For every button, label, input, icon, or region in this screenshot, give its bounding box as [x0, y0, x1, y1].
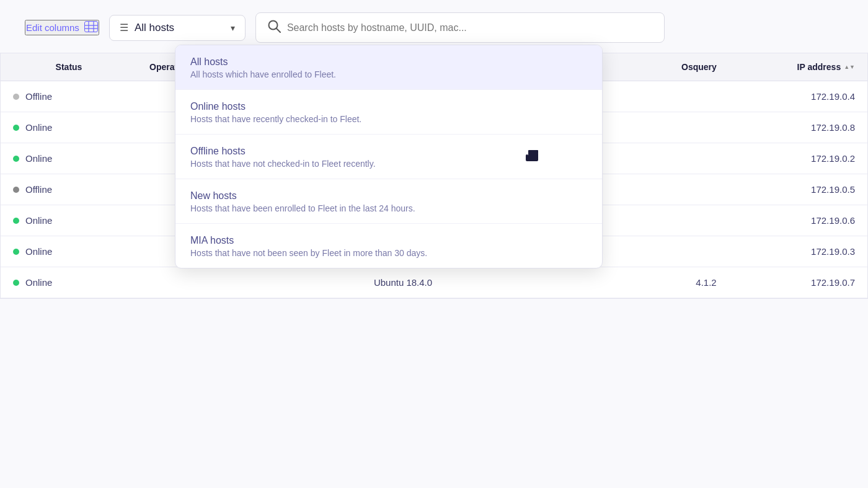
status-text: Online — [25, 215, 52, 226]
status-dot — [13, 218, 19, 224]
status-dot — [13, 187, 19, 193]
dropdown-item-mia[interactable]: MIA hosts Hosts that have not been seen … — [175, 224, 602, 268]
search-icon — [267, 19, 281, 36]
dropdown-item-new[interactable]: New hosts Hosts that have been enrolled … — [175, 179, 602, 224]
status-text: Online — [25, 277, 52, 288]
status-cell: Online — [1, 205, 137, 236]
edit-columns-label: Edit columns — [26, 22, 79, 33]
ip-cell: 172.19.0.2 — [743, 143, 867, 174]
status-dot — [13, 94, 19, 100]
status-cell: Online — [1, 112, 137, 143]
os-cell: Ubuntu 18.4.0 — [137, 267, 669, 298]
status-cell: Online — [1, 267, 137, 298]
ip-cell: 172.19.0.6 — [743, 205, 867, 236]
sort-arrows-icon[interactable]: ▲▼ — [844, 64, 855, 70]
dropdown-menu: All hosts All hosts which have enrolled … — [175, 45, 603, 268]
dropdown-item-title: All hosts — [190, 56, 587, 68]
status-cell: Online — [1, 143, 137, 174]
status-cell: Online — [1, 236, 137, 267]
edit-columns-icon — [84, 21, 98, 34]
version-cell — [669, 112, 743, 143]
ip-cell: 172.19.0.5 — [743, 174, 867, 205]
dropdown-item-all[interactable]: All hosts All hosts which have enrolled … — [175, 45, 602, 90]
status-text: Online — [25, 246, 52, 257]
dropdown-item-title: New hosts — [190, 190, 587, 202]
svg-rect-0 — [84, 22, 97, 32]
header-ip: IP address ▲▼ — [743, 53, 867, 81]
filter-label: All hosts — [135, 22, 224, 34]
version-cell: 4.1.2 — [669, 267, 743, 298]
edit-columns-button[interactable]: Edit columns — [25, 20, 99, 35]
dropdown-item-desc: Hosts that have not been seen by Fleet i… — [190, 248, 587, 258]
dropdown-item-title: MIA hosts — [190, 235, 587, 246]
dropdown-item-desc: Hosts that have not checked-in to Fleet … — [190, 159, 587, 169]
header-version: Osquery — [669, 53, 743, 81]
filter-dropdown[interactable]: ☰ All hosts ▾ — [109, 15, 246, 41]
ip-cell: 172.19.0.4 — [743, 81, 867, 112]
dropdown-item-desc: Hosts that have been enrolled to Fleet i… — [190, 203, 587, 213]
search-bar — [255, 12, 665, 43]
status-cell: Offline — [1, 81, 137, 112]
status-text: Online — [25, 122, 52, 133]
table-row[interactable]: Online Ubuntu 18.4.0 4.1.2 172.19.0.7 — [1, 267, 867, 298]
status-dot — [13, 280, 19, 286]
svg-line-6 — [277, 29, 280, 32]
ip-cell: 172.19.0.7 — [743, 267, 867, 298]
search-input[interactable] — [287, 22, 653, 33]
status-text: Online — [25, 153, 52, 164]
version-cell — [669, 174, 743, 205]
version-cell — [669, 236, 743, 267]
status-cell: Offline — [1, 174, 137, 205]
dropdown-item-desc: All hosts which have enrolled to Fleet. — [190, 69, 587, 79]
dropdown-item-desc: Hosts that have recently checked-in to F… — [190, 114, 587, 124]
ip-cell: 172.19.0.3 — [743, 236, 867, 267]
chevron-down-icon: ▾ — [231, 23, 235, 33]
hamburger-icon: ☰ — [120, 22, 128, 33]
status-text: Offline — [25, 184, 52, 195]
dropdown-item-online[interactable]: Online hosts Hosts that have recently ch… — [175, 90, 602, 135]
status-dot — [13, 156, 19, 162]
version-cell — [669, 143, 743, 174]
page-container: Edit columns ☰ All hosts ▾ — [0, 0, 868, 488]
dropdown-item-title: Online hosts — [190, 101, 587, 112]
ip-cell: 172.19.0.8 — [743, 112, 867, 143]
version-cell — [669, 81, 743, 112]
status-dot — [13, 125, 19, 131]
header-status: Status — [1, 53, 137, 81]
dropdown-item-title: Offline hosts — [190, 146, 587, 157]
status-dot — [13, 249, 19, 255]
status-text: Offline — [25, 91, 52, 102]
dropdown-item-offline[interactable]: Offline hosts Hosts that have not checke… — [175, 135, 602, 179]
version-cell — [669, 205, 743, 236]
